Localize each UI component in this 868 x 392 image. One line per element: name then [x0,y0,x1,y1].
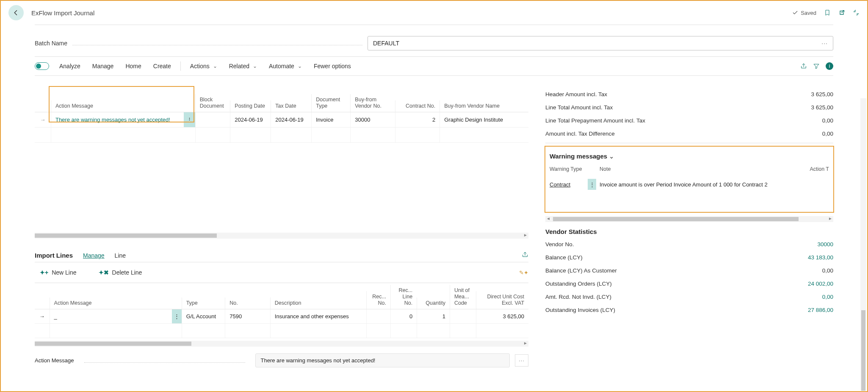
separator [180,61,181,71]
cmd-manage[interactable]: Manage [87,60,119,72]
cmd-home[interactable]: Home [120,60,146,72]
import-lines-title: Import Lines [35,252,73,259]
bookmark-icon[interactable] [824,9,831,16]
saved-label: Saved [801,10,816,16]
row-menu-button[interactable]: ⋮ [184,112,195,127]
batch-name-lookup-icon[interactable]: ··· [821,40,828,47]
open-new-window-icon[interactable] [838,9,845,16]
vs-balance-cust-label: Balance (LCY) As Customer [545,267,617,274]
ilc-type[interactable]: G/L Account [182,309,225,323]
cmd-fewer-options[interactable]: Fewer options [309,60,356,72]
action-message-footer-value: There are warning messages not yet accep… [255,353,510,367]
cell-contract-no[interactable]: 2 [395,112,440,127]
grid-row[interactable]: → There are warning messages not yet acc… [35,112,528,128]
vs-vendor-no-value[interactable]: 30000 [817,241,833,247]
amount-diff-value: 0,00 [822,131,833,137]
ilc-rec-line-no[interactable]: 0 [390,309,417,323]
check-icon [792,10,798,16]
cell-vendor-no[interactable]: 30000 [350,112,395,127]
warn-col-type[interactable]: Warning Type [550,166,588,172]
cmd-actions[interactable]: Actions [185,60,222,72]
ilc-action-message[interactable]: _ [50,309,172,323]
action-message-footer-more-icon[interactable]: ··· [515,354,528,367]
ilc-quantity[interactable]: 1 [417,309,450,323]
warning-messages-title[interactable]: Warning messages ⌄ [548,151,831,164]
cmd-analyze[interactable]: Analyze [54,60,86,72]
cell-posting-date[interactable]: 2024-06-19 [230,112,271,127]
ilh-uom[interactable]: Unit of Mea... Code [450,285,476,309]
ilh-no[interactable]: No. [225,297,270,309]
new-line-button[interactable]: ✦+New Line [35,267,82,278]
ilc-uom[interactable] [450,309,476,323]
vendor-statistics-title: Vendor Statistics [545,228,833,235]
col-buy-from-vendor-name[interactable]: Buy-from Vendor Name [440,100,528,112]
tab-manage[interactable]: Manage [83,252,105,259]
vs-balance-label: Balance (LCY) [545,254,583,261]
col-posting-date[interactable]: Posting Date [230,100,271,112]
col-action-message[interactable]: Action Message [51,100,184,112]
warn-col-note[interactable]: Note [600,166,795,172]
warnings-horizontal-scrollbar[interactable]: ◄► [545,216,833,222]
line-prepay-label: Line Total Prepayment Amount incl. Tax [545,117,645,124]
saved-indicator: Saved [792,10,816,16]
delete-line-button[interactable]: ✦✖Delete Line [94,267,147,278]
grid-horizontal-scrollbar[interactable]: ◄► [35,233,528,239]
action-message-footer-label: Action Message [35,357,74,364]
ilh-action-message[interactable]: Action Message [50,297,172,309]
col-block-document[interactable]: Block Document [195,94,230,112]
ilc-no[interactable]: 7590 [225,309,270,323]
warning-row-date-menu[interactable]: ⋮ [588,179,596,190]
action-message-link[interactable]: There are warning messages not yet accep… [55,117,170,123]
ilh-cost[interactable]: Direct Unit Cost Excl. VAT [476,291,528,309]
cmd-related[interactable]: Related [224,60,262,72]
il-row-indicator-icon: → [35,313,50,320]
filter-icon[interactable] [813,63,820,70]
cell-tax-date[interactable]: 2024-06-19 [271,112,311,127]
col-contract-no[interactable]: Contract No. [395,100,440,112]
warning-row[interactable]: Contract ⋮ Invoice amount is over Period… [548,176,831,192]
warning-type-link[interactable]: Contract [550,181,570,188]
share-icon[interactable] [800,63,807,70]
import-line-row[interactable]: → _ ⋮ G/L Account 7590 Insurance and oth… [35,309,528,324]
batch-name-label: Batch Name [35,40,67,47]
vs-balance-value[interactable]: 43 183,00 [808,254,833,261]
warning-note: Invoice amount is over Period Invoice Am… [600,181,795,188]
import-lines-share-icon[interactable] [522,251,528,259]
cell-block-document[interactable] [195,112,230,127]
vs-outstanding-inv-value[interactable]: 27 886,00 [808,307,833,313]
ilh-description[interactable]: Description [270,297,367,309]
cmd-automate[interactable]: Automate [264,60,307,72]
ilh-rec-line-no[interactable]: Rec... Line No. [390,285,417,309]
back-button[interactable] [8,5,24,20]
col-tax-date[interactable]: Tax Date [271,100,311,112]
ilc-cost[interactable]: 3 625,00 [476,309,528,323]
info-icon[interactable]: i [826,62,833,70]
vs-balance-cust-value: 0,00 [822,267,833,274]
header-amount-label: Header Amount incl. Tax [545,91,607,97]
ilc-rec-no[interactable] [366,309,390,323]
il-row-menu-button[interactable]: ⋮ [172,309,182,323]
ilh-quantity[interactable]: Quantity [417,297,450,309]
arrow-left-icon [12,9,20,17]
batch-name-input[interactable]: DEFAULT ··· [368,36,833,50]
tab-line[interactable]: Line [115,252,126,259]
collapse-icon[interactable] [853,9,860,16]
warn-col-actiont[interactable]: Action T [795,166,829,172]
row-indicator-icon: → [35,117,51,123]
col-document-type[interactable]: Document Type [311,94,350,112]
page-vertical-scrollbar[interactable] [860,98,866,390]
ilh-rec-no[interactable]: Rec... No. [366,291,390,309]
col-buy-from-vendor-no[interactable]: Buy-from Vendor No. [350,94,395,112]
ilh-type[interactable]: Type [182,297,225,309]
vs-outstanding-orders-value[interactable]: 24 002,00 [808,281,833,287]
line-total-label: Line Total Amount incl. Tax [545,104,613,111]
vs-amt-rcd-value[interactable]: 0,00 [822,294,833,300]
import-lines-horizontal-scrollbar[interactable]: ◄► [35,341,528,347]
cell-vendor-name[interactable]: Graphic Design Institute [440,112,528,127]
sparkle-icon[interactable]: ✎✦ [519,270,528,276]
cmd-create[interactable]: Create [148,60,176,72]
analyze-toggle[interactable] [35,62,49,70]
vs-outstanding-orders-label: Outstanding Orders (LCY) [545,281,612,287]
cell-document-type[interactable]: Invoice [311,112,350,127]
ilc-description[interactable]: Insurance and other expenses [270,309,367,323]
